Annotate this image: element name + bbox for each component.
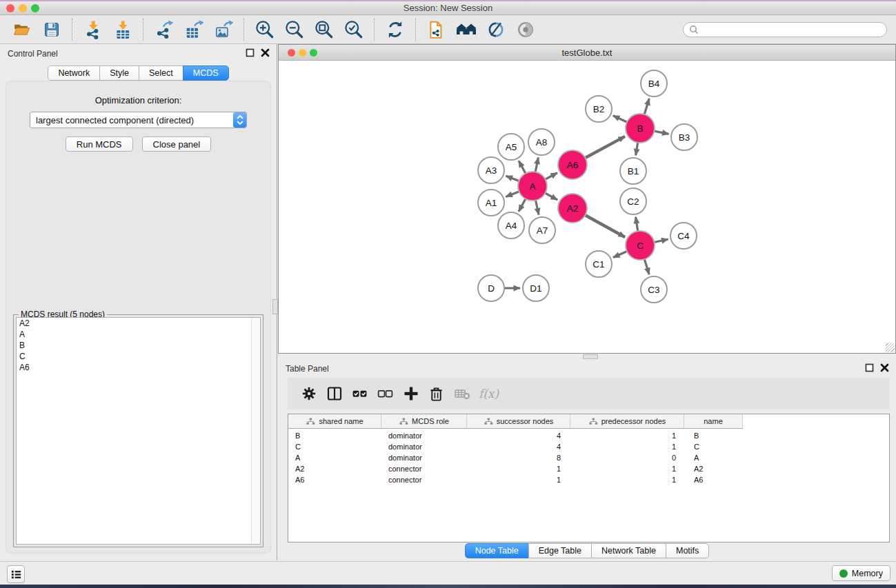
- search-input[interactable]: [699, 23, 886, 36]
- add-column-button[interactable]: [398, 381, 424, 406]
- main-toolbar: [0, 15, 896, 44]
- select-all-checkboxes-button[interactable]: [347, 381, 372, 406]
- tab-node-table[interactable]: Node Table: [465, 543, 529, 558]
- tab-mcds[interactable]: MCDS: [183, 65, 229, 81]
- table-settings-button[interactable]: [296, 381, 321, 406]
- mcds-result-item[interactable]: C: [17, 351, 260, 362]
- graph-node-c3[interactable]: C3: [640, 276, 668, 303]
- graph-node-b[interactable]: B: [625, 113, 655, 143]
- graph-node-a2[interactable]: A2: [557, 193, 588, 223]
- import-table-icon: [113, 20, 132, 39]
- graph-node-c4[interactable]: C4: [670, 222, 697, 250]
- graph-node-b3[interactable]: B3: [670, 123, 698, 151]
- panel-divider-grip[interactable]: [272, 299, 278, 314]
- column-header-label: name: [704, 417, 723, 425]
- column-header-mcds-role[interactable]: MCDS role: [381, 414, 467, 429]
- graph-node-a5[interactable]: A5: [497, 133, 525, 161]
- zoom-in-button[interactable]: [250, 17, 279, 42]
- graph-node-b4[interactable]: B4: [640, 70, 668, 97]
- graph-node-c2[interactable]: C2: [619, 187, 647, 215]
- zoom-selected-button[interactable]: [339, 17, 368, 42]
- float-panel-icon[interactable]: [246, 48, 255, 57]
- toggle-bird-eye-view-button[interactable]: [510, 17, 540, 42]
- function-builder-button[interactable]: f(x): [475, 381, 500, 406]
- export-network-button[interactable]: [149, 17, 179, 42]
- run-mcds-button[interactable]: Run MCDS: [66, 136, 133, 152]
- tab-style[interactable]: Style: [99, 65, 139, 81]
- export-table-button[interactable]: [179, 17, 208, 42]
- toggle-graphics-details-button[interactable]: [481, 17, 510, 42]
- close-panel-icon[interactable]: [261, 48, 270, 57]
- network-minimize-button[interactable]: [299, 49, 306, 57]
- deselect-all-checkboxes-button[interactable]: [372, 381, 398, 406]
- graph-node-d1[interactable]: D1: [522, 274, 550, 302]
- zoom-fit-button[interactable]: [309, 17, 339, 42]
- import-table-button[interactable]: [108, 17, 137, 42]
- network-maximize-button[interactable]: [310, 49, 317, 57]
- graph-node-a7[interactable]: A7: [528, 216, 556, 244]
- graph-node-a4[interactable]: A4: [497, 212, 525, 239]
- graph-node-a1[interactable]: A1: [477, 189, 505, 216]
- node-table[interactable]: shared nameMCDS rolesuccessor nodesprede…: [288, 414, 890, 543]
- mcds-result-item[interactable]: A2: [17, 318, 260, 329]
- table-row[interactable]: Bdominator41B: [288, 430, 889, 441]
- tab-network-table[interactable]: Network Table: [591, 543, 666, 558]
- column-header-shared-name[interactable]: shared name: [288, 414, 381, 429]
- delete-column-button[interactable]: [424, 381, 449, 406]
- graph-node-a6[interactable]: A6: [557, 150, 588, 180]
- tab-edge-table[interactable]: Edge Table: [528, 543, 592, 558]
- open-session-button[interactable]: [7, 17, 37, 42]
- table-row[interactable]: Cdominator41C: [288, 441, 889, 452]
- column-header-predecessor-nodes[interactable]: predecessor nodes: [570, 414, 684, 429]
- graph-node-d[interactable]: D: [477, 274, 505, 302]
- delete-table-button[interactable]: [449, 381, 475, 406]
- network-close-button[interactable]: [288, 49, 295, 57]
- graph-node-b1[interactable]: B1: [619, 157, 647, 185]
- tab-select[interactable]: Select: [139, 65, 183, 81]
- close-panel-button[interactable]: Close panel: [142, 136, 212, 152]
- table-row[interactable]: A6connector11A6: [288, 474, 889, 485]
- list-icon: [10, 569, 22, 580]
- column-header-successor-nodes[interactable]: successor nodes: [467, 414, 570, 429]
- table-row[interactable]: Adominator80A: [288, 452, 889, 463]
- minimize-window-button[interactable]: [19, 4, 27, 12]
- mcds-result-item[interactable]: A: [17, 329, 260, 340]
- float-panel-icon[interactable]: [865, 363, 874, 372]
- close-panel-icon[interactable]: [880, 363, 889, 372]
- window-resize-grip[interactable]: [886, 343, 895, 352]
- graph-node-c[interactable]: C: [625, 230, 655, 261]
- zoom-out-button[interactable]: [279, 17, 309, 42]
- save-session-button[interactable]: [37, 17, 66, 42]
- graph-node-a8[interactable]: A8: [528, 128, 555, 156]
- graph-node-c1[interactable]: C1: [585, 250, 613, 278]
- network-canvas[interactable]: B4B2BB3A5A8A6A3AB1A1A2C2A4A7C4C1CDD1C3: [279, 61, 895, 352]
- memory-button[interactable]: Memory: [832, 565, 890, 581]
- table-row[interactable]: A2connector11A2: [288, 463, 889, 474]
- panel-divider-grip[interactable]: [583, 354, 598, 359]
- tab-network[interactable]: Network: [48, 65, 100, 81]
- mcds-result-fieldset: MCDS result (5 nodes) A2ABCA6: [13, 314, 263, 547]
- table-cell: C: [684, 443, 743, 451]
- graph-node-b2[interactable]: B2: [585, 95, 613, 123]
- apply-layout-button[interactable]: [380, 17, 410, 42]
- tab-motifs[interactable]: Motifs: [666, 543, 709, 558]
- maximize-window-button[interactable]: [31, 4, 39, 12]
- split-view-button[interactable]: [321, 381, 347, 406]
- optimization-criterion-dropdown[interactable]: largest connected component (directed): [30, 112, 247, 128]
- import-network-button[interactable]: [78, 17, 108, 42]
- zoom-selected-icon: [344, 19, 364, 39]
- new-network-from-selection-button[interactable]: [421, 17, 451, 42]
- table-cell: 1: [570, 443, 684, 451]
- graph-node-a3[interactable]: A3: [477, 156, 505, 184]
- close-window-button[interactable]: [6, 4, 14, 12]
- export-image-button[interactable]: [208, 17, 238, 42]
- mcds-result-item[interactable]: A6: [17, 362, 260, 373]
- show-home-button[interactable]: [451, 17, 481, 42]
- graph-node-a[interactable]: A: [517, 171, 548, 201]
- column-header-name[interactable]: name: [684, 414, 743, 429]
- search-field[interactable]: [683, 22, 887, 37]
- mcds-result-item[interactable]: B: [17, 340, 260, 351]
- mcds-list-scrollbar[interactable]: [251, 318, 260, 544]
- task-history-button[interactable]: [7, 565, 25, 583]
- mcds-result-list[interactable]: A2ABCA6: [16, 317, 261, 545]
